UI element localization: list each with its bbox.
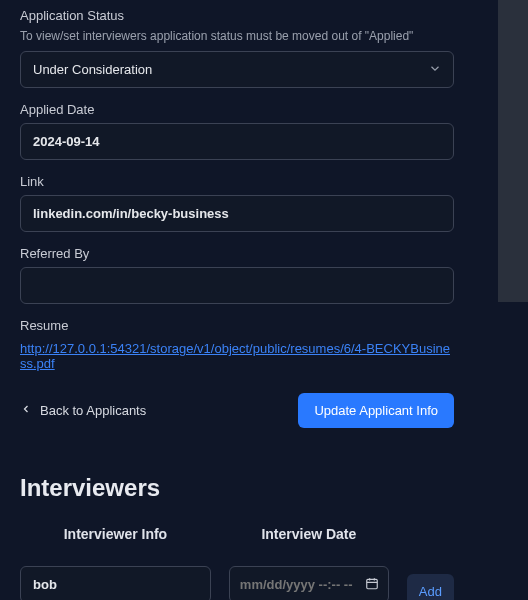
add-interviewer-button[interactable]: Add: [407, 574, 454, 600]
application-status-helper: To view/set interviewers application sta…: [20, 29, 454, 43]
back-to-applicants-button[interactable]: Back to Applicants: [20, 403, 146, 418]
application-status-label: Application Status: [20, 8, 454, 23]
chevron-left-icon: [20, 403, 32, 418]
update-applicant-button[interactable]: Update Applicant Info: [298, 393, 454, 428]
referred-by-input[interactable]: [20, 267, 454, 304]
interview-date-header: Interview Date: [229, 526, 389, 542]
interview-date-input[interactable]: [229, 566, 389, 600]
interviewer-info-header: Interviewer Info: [20, 526, 211, 542]
link-input[interactable]: [20, 195, 454, 232]
interviewer-search-input[interactable]: [20, 566, 211, 600]
back-label: Back to Applicants: [40, 403, 146, 418]
resume-label: Resume: [20, 318, 454, 333]
referred-by-label: Referred By: [20, 246, 454, 261]
interviewers-heading: Interviewers: [20, 474, 454, 502]
application-status-select[interactable]: Under Consideration: [20, 51, 454, 88]
applied-date-input[interactable]: [20, 123, 454, 160]
resume-link[interactable]: http://127.0.0.1:54321/storage/v1/object…: [20, 341, 454, 371]
applied-date-label: Applied Date: [20, 102, 454, 117]
link-label: Link: [20, 174, 454, 189]
